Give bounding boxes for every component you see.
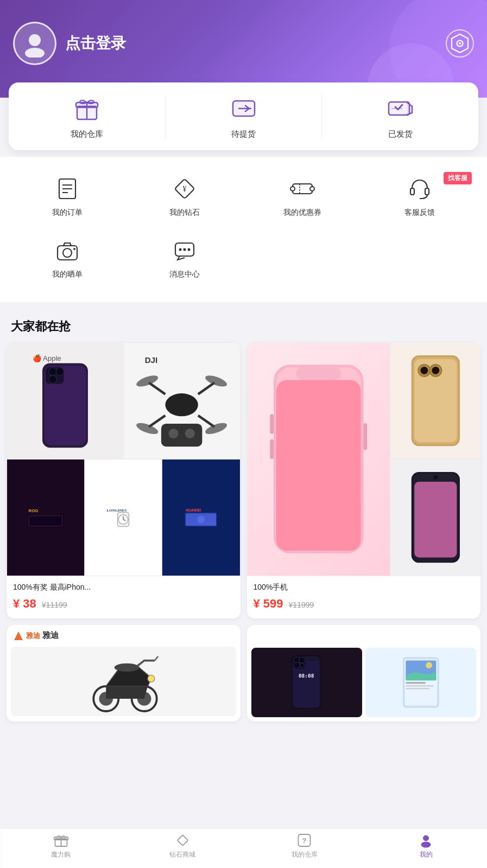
price-original-1: ¥11199 [42, 601, 67, 609]
question-nav-icon: ? [297, 833, 312, 848]
product-collage-2 [247, 342, 481, 576]
menu-orders-label: 我的订单 [52, 208, 83, 218]
svg-rect-110 [406, 682, 426, 684]
nav-magic-label: 魔力购 [51, 850, 71, 859]
svg-point-37 [56, 367, 64, 375]
svg-text:LONGINES: LONGINES [107, 508, 127, 513]
svg-rect-69 [296, 367, 341, 380]
svg-text:?: ? [302, 837, 307, 845]
svg-point-93 [115, 663, 140, 671]
svg-point-38 [49, 375, 56, 383]
bottom-product-grid: 雅迪 雅迪 [0, 625, 487, 722]
product-grid: 🍎 Apple [0, 342, 487, 625]
product-info-1: 100%有奖 最高iPhon... ¥ 38 ¥11199 [7, 576, 241, 618]
diamond-icon: ¥ [171, 175, 198, 202]
bottom-nav: 魔力购 钻石商城 ? 我的仓库 我的 [0, 828, 487, 868]
svg-point-86 [433, 475, 438, 480]
quick-actions-card: 我的仓库 待提货 已发货 [9, 82, 478, 150]
menu-row-1: 我的订单 ¥ 我的钻石 我的优惠券 [9, 168, 478, 225]
order-icon [54, 175, 81, 202]
price-current-1: ¥ 38 [13, 597, 36, 611]
dark-phone-image: 08:08 [251, 648, 362, 717]
svg-point-95 [148, 675, 155, 682]
nav-my-warehouse[interactable]: ? 我的仓库 [244, 833, 365, 859]
tablet-image [365, 648, 476, 717]
headset-icon [406, 175, 433, 202]
nav-magic[interactable]: 魔力购 [0, 833, 122, 859]
menu-orders[interactable]: 我的订单 [9, 168, 126, 225]
bottom-product-card-2[interactable]: 08:08 [247, 625, 481, 722]
yadea-scooter-image [11, 647, 236, 716]
svg-rect-22 [410, 188, 414, 195]
svg-rect-112 [406, 688, 429, 689]
svg-text:08:08: 08:08 [299, 673, 314, 679]
price-current-2: ¥ 599 [254, 597, 283, 611]
nav-diamond-mall-label: 钻石商城 [169, 850, 195, 859]
qa-pending[interactable]: 待提货 [165, 93, 322, 139]
product-card-2[interactable]: 100%手机 ¥ 599 ¥11999 [247, 342, 481, 618]
svg-rect-111 [406, 685, 434, 686]
svg-rect-18 [293, 184, 312, 194]
yadea-images [7, 644, 241, 720]
svg-point-120 [421, 842, 431, 848]
menu-showcase[interactable]: 我的晒单 [9, 229, 126, 287]
menu-service-label: 客服反馈 [404, 208, 435, 218]
service-badge: 找客服 [444, 172, 472, 184]
menu-coupon[interactable]: 我的优惠券 [244, 168, 361, 225]
menu-service[interactable]: 找客服 客服反馈 [361, 168, 478, 225]
settings-icon[interactable] [446, 29, 474, 58]
svg-rect-51 [185, 429, 195, 438]
login-button[interactable]: 点击登录 [65, 33, 126, 54]
camera-icon [54, 237, 81, 264]
svg-rect-8 [77, 106, 97, 119]
svg-marker-88 [14, 631, 23, 640]
svg-rect-74 [364, 423, 368, 450]
nav-warehouse-label: 我的仓库 [292, 850, 318, 859]
svg-point-30 [188, 248, 191, 251]
phone-brand-header [247, 625, 481, 646]
qa-pending-label: 待提货 [231, 129, 256, 139]
svg-point-36 [49, 367, 56, 375]
phone-brand-images: 08:08 [247, 646, 481, 722]
gift-nav-icon [53, 833, 68, 848]
svg-text:¥: ¥ [183, 185, 187, 193]
svg-rect-71 [276, 380, 361, 551]
svg-rect-23 [425, 188, 429, 195]
menu-diamond-label: 我的钻石 [169, 208, 200, 218]
coupon-icon [289, 175, 316, 202]
product-prices-2: ¥ 599 ¥11999 [254, 597, 475, 611]
svg-point-103 [294, 662, 300, 668]
svg-point-20 [310, 187, 314, 191]
svg-point-79 [420, 367, 428, 374]
qa-warehouse[interactable]: 我的仓库 [9, 93, 165, 139]
menu-message[interactable]: 消息中心 [126, 229, 243, 287]
svg-rect-85 [414, 482, 457, 557]
svg-point-119 [423, 835, 429, 841]
svg-point-40 [166, 393, 198, 416]
nav-my[interactable]: 我的 [365, 833, 487, 859]
product-card-1[interactable]: 🍎 Apple [7, 342, 241, 618]
menu-message-label: 消息中心 [169, 270, 200, 279]
svg-point-25 [63, 248, 72, 257]
svg-text:ROG: ROG [29, 508, 39, 513]
bottom-product-card-1[interactable]: 雅迪 雅迪 [7, 625, 241, 722]
menu-diamond[interactable]: ¥ 我的钻石 [126, 168, 243, 225]
svg-line-41 [149, 382, 165, 394]
svg-rect-49 [161, 424, 203, 446]
diamond-nav-icon [175, 833, 190, 848]
product-collage-1: 🍎 Apple [7, 342, 241, 576]
product-title-1: 100%有奖 最高iPhon... [13, 583, 234, 592]
qa-shipped[interactable]: 已发货 [321, 93, 478, 139]
svg-rect-56 [29, 516, 62, 526]
svg-line-94 [155, 656, 158, 660]
nav-diamond-mall[interactable]: 钻石商城 [122, 833, 243, 859]
svg-point-1 [25, 48, 45, 58]
message-icon [171, 237, 198, 264]
menu-section: 我的订单 ¥ 我的钻石 我的优惠券 [0, 157, 487, 302]
svg-point-4 [459, 42, 461, 44]
avatar[interactable] [13, 22, 56, 65]
svg-point-28 [179, 248, 182, 251]
nav-my-label: 我的 [420, 850, 433, 859]
svg-point-104 [300, 663, 305, 668]
svg-rect-9 [76, 103, 98, 107]
